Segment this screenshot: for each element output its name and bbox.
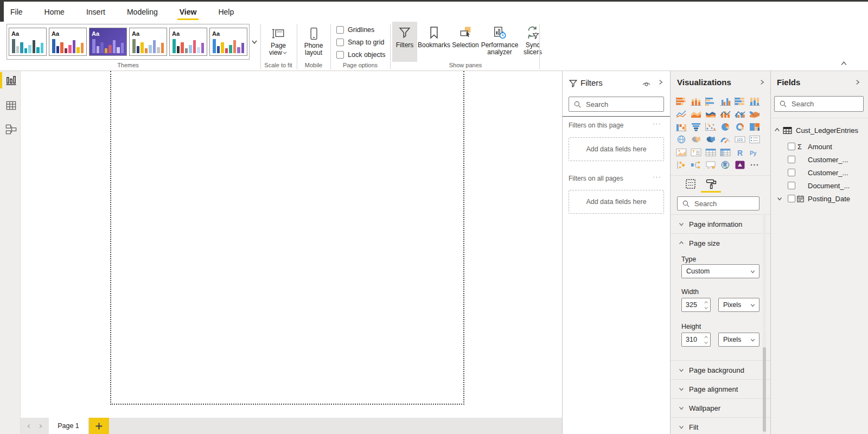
report-page-outline[interactable] (110, 71, 464, 405)
theme-6[interactable]: Aa (209, 28, 247, 56)
filled-map-icon[interactable] (691, 135, 701, 144)
map-icon[interactable] (676, 135, 687, 144)
donut-chart-icon[interactable] (735, 123, 745, 131)
checkbox-box[interactable] (336, 26, 344, 34)
field-checkbox[interactable] (788, 156, 795, 163)
treemap-icon[interactable] (749, 123, 760, 131)
width-input[interactable]: 325 (681, 298, 711, 312)
kpi-icon[interactable] (676, 148, 687, 157)
chevron-right-icon[interactable] (854, 79, 861, 86)
python-visual-icon[interactable]: Py (749, 148, 760, 157)
fields-search[interactable] (774, 96, 864, 112)
filters-dropzone[interactable]: Add data fields here (569, 137, 664, 161)
arcgis-map-icon[interactable] (720, 161, 731, 169)
more-options-button[interactable]: ··· (653, 119, 661, 127)
chevron-right-icon[interactable] (758, 79, 765, 86)
chevron-right-icon[interactable] (37, 423, 43, 429)
checkbox-snap-to-grid[interactable]: Snap to grid (336, 37, 385, 47)
ribbon-chart-icon[interactable] (749, 110, 760, 118)
spinner-arrows[interactable] (704, 300, 709, 310)
scrollbar-thumb[interactable] (763, 347, 766, 432)
field-checkbox[interactable] (788, 143, 795, 150)
theme-5[interactable]: Aa (169, 28, 207, 56)
stacked-column-chart-icon[interactable] (691, 97, 701, 106)
fields-search-input[interactable] (792, 100, 859, 108)
stacked-bar-chart-icon[interactable] (676, 97, 687, 106)
field-checkbox[interactable] (788, 182, 795, 189)
section-page-size[interactable]: Page size (671, 233, 770, 252)
section-wallpaper[interactable]: Wallpaper (671, 398, 770, 417)
menu-tab-file[interactable]: File (8, 2, 25, 22)
more-options-button[interactable]: ··· (653, 173, 661, 181)
table-icon[interactable] (705, 148, 716, 157)
field-checkbox[interactable] (788, 169, 795, 176)
line-chart-icon[interactable] (676, 110, 687, 118)
field-row-Customer-[interactable]: Customer_... (771, 153, 868, 166)
report-view-button[interactable] (4, 74, 17, 87)
matrix-icon[interactable] (720, 148, 731, 157)
page-view-button[interactable]: Page view (262, 23, 295, 56)
field-row-Posting-Date[interactable]: Posting_Date (771, 192, 868, 205)
chevron-down-icon[interactable] (776, 195, 783, 202)
chevron-right-icon[interactable] (657, 79, 664, 86)
menu-tab-insert[interactable]: Insert (84, 2, 107, 22)
clustered-column-chart-icon[interactable] (720, 97, 731, 106)
format-search[interactable] (677, 196, 760, 210)
checkbox-box[interactable] (336, 51, 344, 59)
theme-3-selected[interactable]: Aa (89, 28, 127, 56)
data-view-button[interactable] (4, 99, 17, 112)
clustered-bar-chart-icon[interactable] (705, 97, 716, 106)
height-input[interactable]: 310 (681, 333, 711, 347)
line-and-stacked-column-chart-icon[interactable] (720, 110, 731, 118)
field-row-Customer-[interactable]: Customer_... (771, 166, 868, 179)
area-chart-icon[interactable] (691, 110, 701, 118)
key-influencers-icon[interactable] (676, 161, 687, 169)
sync-slicers-button[interactable]: Sync slicers (519, 22, 546, 62)
chevron-left-icon[interactable] (26, 423, 32, 429)
chevron-up-icon[interactable] (774, 126, 781, 133)
format-tab[interactable] (705, 178, 717, 190)
filters-button[interactable]: Filters (392, 22, 417, 62)
model-view-button[interactable] (4, 123, 17, 136)
themes-gallery-dropdown[interactable] (251, 38, 258, 46)
performance-analyzer-button[interactable]: Performance analyzer (480, 22, 519, 62)
table-row-Cust_LedgerEntries[interactable]: Cust_LedgerEntries (771, 124, 868, 137)
100-stacked-column-chart-icon[interactable] (749, 97, 760, 106)
theme-1[interactable]: Aa (9, 28, 47, 56)
100-stacked-bar-chart-icon[interactable] (735, 97, 745, 106)
checkbox-lock-objects[interactable]: Lock objects (336, 50, 385, 59)
power-apps-icon[interactable] (735, 161, 745, 169)
scatter-chart-icon[interactable] (705, 123, 716, 131)
menu-tab-home[interactable]: Home (42, 2, 67, 22)
spinner-arrows[interactable] (704, 335, 709, 345)
line-and-clustered-column-chart-icon[interactable] (735, 110, 745, 118)
filters-dropzone[interactable]: Add data fields here (569, 190, 664, 214)
waterfall-chart-icon[interactable] (676, 123, 687, 131)
fields-tab[interactable] (685, 178, 697, 190)
add-page-button[interactable] (89, 418, 109, 434)
q-and-a-icon[interactable] (705, 161, 716, 169)
card-icon[interactable]: 123 (735, 135, 745, 144)
theme-4[interactable]: Aa (129, 28, 167, 56)
checkbox-box[interactable] (336, 39, 344, 46)
page-size-type-dropdown[interactable]: Custom (681, 264, 760, 278)
eye-icon[interactable] (642, 80, 651, 87)
section-filt[interactable]: Filt (671, 417, 770, 434)
field-row-Document-[interactable]: Document_... (771, 179, 868, 192)
decomposition-tree-icon[interactable] (691, 161, 701, 169)
r-script-visual-icon[interactable]: R (735, 148, 745, 157)
field-checkbox[interactable] (788, 195, 795, 202)
theme-2[interactable]: Aa (49, 28, 87, 56)
collapse-ribbon-button[interactable] (840, 60, 848, 68)
pie-chart-icon[interactable] (720, 123, 731, 131)
slicer-icon[interactable] (691, 148, 701, 157)
more-options-icon[interactable] (749, 161, 760, 169)
height-unit-dropdown[interactable]: Pixels (718, 333, 760, 347)
page-tab[interactable]: Page 1 (49, 418, 88, 434)
funnel-icon[interactable] (691, 123, 701, 131)
filters-search-input[interactable] (586, 100, 659, 108)
field-row-Amount[interactable]: ΣAmount (771, 140, 868, 153)
format-search-input[interactable] (694, 200, 755, 208)
multi-row-card-icon[interactable] (749, 135, 760, 144)
section-page-information[interactable]: Page information (671, 214, 770, 233)
